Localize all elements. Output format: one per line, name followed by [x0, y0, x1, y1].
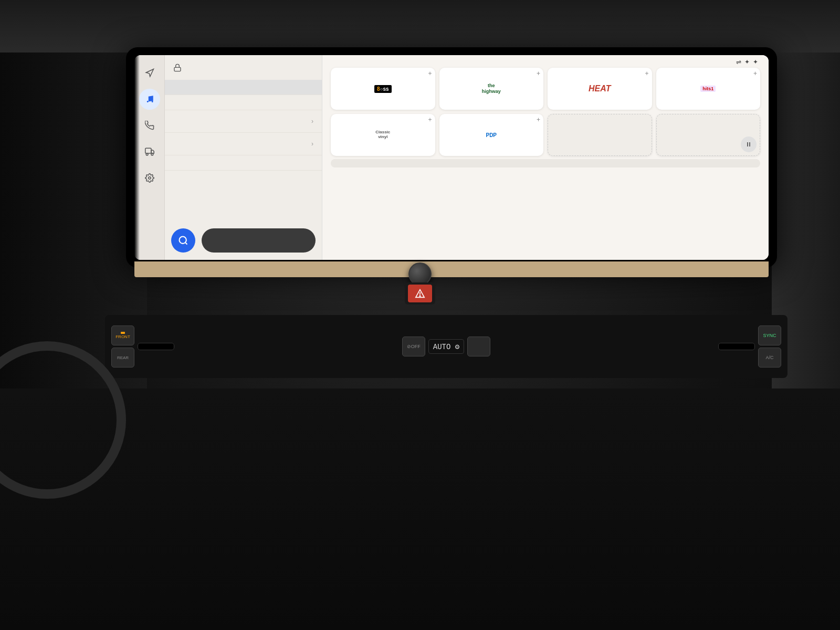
fav-hits-logo: hits1: [696, 81, 721, 96]
svg-point-11: [419, 296, 421, 297]
menu-item-am-radio[interactable]: ›: [165, 133, 322, 155]
svg-rect-8: [749, 142, 750, 146]
infotainment-screen: ⇌ ✦ ✦: [134, 55, 769, 260]
menu-item-fm-radio[interactable]: ›: [165, 110, 322, 133]
fav-boss[interactable]: + 8○ss: [331, 68, 435, 110]
left-temp-display: [138, 343, 174, 350]
sidebar-item-music[interactable]: [139, 89, 160, 110]
left-menu-panel: › ›: [165, 55, 322, 260]
seat-heat-rear-btn[interactable]: REAR: [111, 348, 134, 368]
svg-rect-1: [145, 148, 151, 153]
favorites-row-2: + Classicvinyl + PDP: [331, 114, 760, 156]
screen-edge-shadow: [134, 55, 140, 260]
svg-rect-5: [174, 67, 181, 71]
right-climate-controls: SYNC A/C: [758, 326, 781, 368]
radio-icon: [173, 64, 182, 74]
ac-button[interactable]: A/C: [758, 348, 781, 368]
svg-rect-7: [747, 142, 748, 146]
favorites-panel: + 8○ss + thehighway + H: [322, 55, 769, 260]
bluetooth-icon: ✦: [744, 58, 750, 66]
fav-empty-2-with-pause: [656, 114, 761, 156]
fav-highway-logo: thehighway: [479, 81, 504, 96]
fav-heat-logo: HEAT: [587, 81, 612, 96]
fav-empty-1: [548, 114, 652, 156]
svg-point-2: [146, 153, 148, 155]
sidebar-item-car[interactable]: [139, 141, 160, 162]
right-temp-display: [718, 343, 755, 350]
fan-display: AUTO ⚙: [428, 339, 464, 354]
menu-item-favorites[interactable]: [165, 80, 322, 95]
hazard-button-housing: [405, 282, 435, 304]
now-playing-bar: [331, 159, 760, 167]
svg-point-4: [148, 177, 151, 180]
fav-highway[interactable]: + thehighway: [439, 68, 544, 110]
fav-heat[interactable]: + HEAT: [548, 68, 652, 110]
fav-hits[interactable]: + hits1: [656, 68, 761, 110]
fan-display-value: AUTO ⚙: [433, 343, 459, 351]
hazard-button[interactable]: [408, 285, 432, 302]
auto-button[interactable]: [467, 337, 490, 356]
menu-item-tune[interactable]: [165, 95, 322, 110]
sync-button[interactable]: SYNC: [758, 326, 781, 345]
fav-highway-add-icon[interactable]: +: [537, 70, 540, 77]
fav-pdp[interactable]: + PDP: [439, 114, 544, 156]
fav-vinyl-add-icon[interactable]: +: [428, 116, 432, 123]
wifi-icon: ⇌: [736, 58, 741, 66]
fav-pdp-add-icon[interactable]: +: [537, 116, 540, 123]
svg-point-6: [180, 237, 186, 244]
signal-icon: ✦: [753, 58, 758, 66]
fav-vinyl-logo: Classicvinyl: [370, 128, 395, 142]
sidebar-item-phone[interactable]: [139, 115, 160, 136]
fan-controls: ⊘OFF AUTO ⚙: [177, 337, 715, 356]
sidebar-item-navigation[interactable]: [139, 62, 160, 83]
svg-point-3: [151, 153, 153, 155]
fm-chevron-icon: ›: [311, 118, 313, 125]
off-button[interactable]: ⊘OFF: [402, 337, 425, 356]
top-bg: [0, 0, 840, 52]
menu-item-siriusxm[interactable]: [165, 155, 322, 171]
fav-hits-add-icon[interactable]: +: [753, 70, 757, 77]
fav-boss-add-icon[interactable]: +: [428, 70, 432, 77]
sources-button[interactable]: [202, 228, 316, 253]
status-bar: ⇌ ✦ ✦: [729, 55, 769, 69]
trim-strip: [134, 261, 769, 277]
sidebar-item-settings[interactable]: [139, 167, 160, 188]
seat-heat-left: FRONT REAR: [111, 326, 134, 368]
climate-controls: FRONT REAR ⊘OFF AUTO ⚙ SYNC A/C: [105, 315, 788, 378]
search-button[interactable]: [171, 228, 195, 253]
am-chevron-icon: ›: [311, 140, 313, 148]
fav-pdp-logo: PDP: [479, 128, 504, 142]
fav-classic-vinyl[interactable]: + Classicvinyl: [331, 114, 435, 156]
pause-button[interactable]: [741, 136, 757, 152]
bottom-controls: [171, 228, 316, 253]
favorites-row-1: + 8○ss + thehighway + H: [331, 68, 760, 110]
seat-heat-front-btn[interactable]: FRONT: [111, 326, 134, 345]
svg-marker-0: [146, 69, 153, 77]
fav-boss-logo: 8○ss: [370, 81, 395, 96]
lower-dash: [0, 388, 840, 630]
panel-header: [165, 59, 322, 80]
fav-heat-add-icon[interactable]: +: [645, 70, 648, 77]
